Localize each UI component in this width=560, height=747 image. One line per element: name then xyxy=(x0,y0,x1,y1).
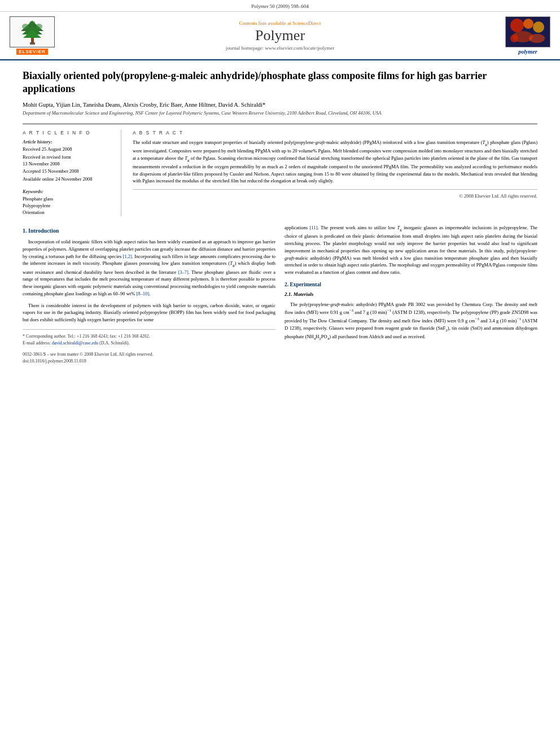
science-direct-prefix: Contents lists available at xyxy=(239,20,291,26)
article-info-column: A R T I C L E I N F O Article history: R… xyxy=(23,130,121,216)
abstract-heading: A B S T R A C T xyxy=(133,130,537,136)
footnote-email-suffix: (D.A. Schiraldi). xyxy=(99,340,130,346)
article-content: Biaxially oriented poly(propylene-g-male… xyxy=(0,60,560,374)
copyright-line: © 2008 Elsevier Ltd. All rights reserved… xyxy=(133,189,537,199)
article-info-heading: A R T I C L E I N F O xyxy=(23,130,114,136)
article-title: Biaxially oriented poly(propylene-g-male… xyxy=(23,69,537,96)
journal-header: ELSEVIER Contents lists available at Sci… xyxy=(0,12,560,60)
science-direct-link-text[interactable]: ScienceDirect xyxy=(292,20,321,26)
svg-point-10 xyxy=(523,19,533,29)
keyword-3: Orientation xyxy=(23,209,114,215)
keywords-section: Keywords: Phosphate glass Polypropylene … xyxy=(23,189,114,215)
revised-date-value: 13 November 2008 xyxy=(23,161,60,167)
polymer-logo: polymer xyxy=(502,16,553,55)
footnote-star-text: * Corresponding author. Tel.: +1 216 368… xyxy=(23,334,150,339)
authors-text: Mohit Gupta, Yijian Lin, Taneisha Deans,… xyxy=(23,102,265,108)
section2-title: 2. Experimental xyxy=(285,281,537,289)
journal-ref-text: Polymer 50 (2009) 598–604 xyxy=(251,3,309,9)
footnote-email-address[interactable]: david.schiraldi@case.edu xyxy=(52,340,98,346)
received-date: Received 25 August 2008 xyxy=(23,146,114,153)
section1-title: 1. Introduction xyxy=(23,226,275,235)
received-revised-text: Received in revised form xyxy=(23,154,71,160)
abstract-column: A B S T R A C T The solid state structur… xyxy=(133,130,537,216)
keyword-1: Phosphate glass xyxy=(23,196,114,202)
body-column-left: 1. Introduction Incorporation of solid i… xyxy=(23,224,275,365)
polymer-cover-image xyxy=(505,16,550,47)
accepted-date: Accepted 15 November 2008 xyxy=(23,168,114,175)
doi-line: doi:10.1016/j.polymer.2008.11.018 xyxy=(23,358,275,365)
intro-paragraph-1: Incorporation of solid inorganic fillers… xyxy=(23,238,275,297)
science-direct-line: Contents lists available at ScienceDirec… xyxy=(62,20,498,26)
available-online-date: Available online 24 November 2008 xyxy=(23,176,114,183)
section2-1-title: 2.1. Materials xyxy=(285,291,537,299)
footnote-star-line: * Corresponding author. Tel.: +1 216 368… xyxy=(23,333,275,340)
svg-point-5 xyxy=(22,24,29,29)
elsevier-wordmark: ELSEVIER xyxy=(16,49,48,55)
doi-text: doi:10.1016/j.polymer.2008.11.018 xyxy=(23,359,86,364)
elsevier-logo: ELSEVIER xyxy=(7,16,58,55)
issn-text: 0032-3861/$ – see front matter © 2008 El… xyxy=(23,352,154,357)
authors-line: Mohit Gupta, Yijian Lin, Taneisha Deans,… xyxy=(23,102,537,108)
footnote-email-line: E-mail address: david.schiraldi@case.edu… xyxy=(23,340,275,347)
elsevier-tree-icon xyxy=(10,16,55,47)
polymer-brand-label: polymer xyxy=(518,49,537,55)
journal-center-info: Contents lists available at ScienceDirec… xyxy=(62,20,498,51)
footnote-email-label: E-mail address: xyxy=(23,340,51,346)
journal-title: Polymer xyxy=(62,27,498,44)
article-info-abstract: A R T I C L E I N F O Article history: R… xyxy=(23,124,537,216)
history-label: Article history: xyxy=(23,139,114,145)
svg-point-9 xyxy=(510,19,524,32)
svg-point-6 xyxy=(36,24,42,29)
keywords-label: Keywords: xyxy=(23,189,114,194)
received-revised-date: Received in revised form 13 November 200… xyxy=(23,154,114,168)
svg-point-14 xyxy=(510,34,518,42)
svg-point-11 xyxy=(533,21,544,33)
intro-col2-p1: applications [11]. The present work aims… xyxy=(285,224,537,276)
body-column-right: applications [11]. The present work aims… xyxy=(285,224,537,365)
journal-homepage: journal homepage: www.elsevier.com/locat… xyxy=(62,45,498,51)
abstract-text: The solid state structure and oxygen tra… xyxy=(133,139,537,185)
issn-line: 0032-3861/$ – see front matter © 2008 El… xyxy=(23,351,275,358)
affiliation-line: Department of Macromolecular Science and… xyxy=(23,110,537,116)
intro-paragraph-2: There is considerable interest in the de… xyxy=(23,302,275,324)
journal-reference: Polymer 50 (2009) 598–604 xyxy=(0,0,560,12)
section2-1-text: The poly(propylene-graft-maleic anhydrid… xyxy=(285,301,537,342)
svg-point-7 xyxy=(29,21,35,25)
svg-point-13 xyxy=(529,34,545,43)
body-content: 1. Introduction Incorporation of solid i… xyxy=(23,224,537,365)
footnote-area: * Corresponding author. Tel.: +1 216 368… xyxy=(23,329,275,365)
keyword-2: Polypropylene xyxy=(23,203,114,208)
